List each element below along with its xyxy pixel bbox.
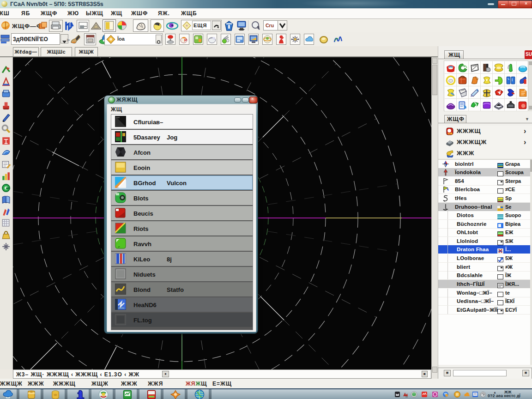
svg-text:P: P (184, 38, 187, 42)
